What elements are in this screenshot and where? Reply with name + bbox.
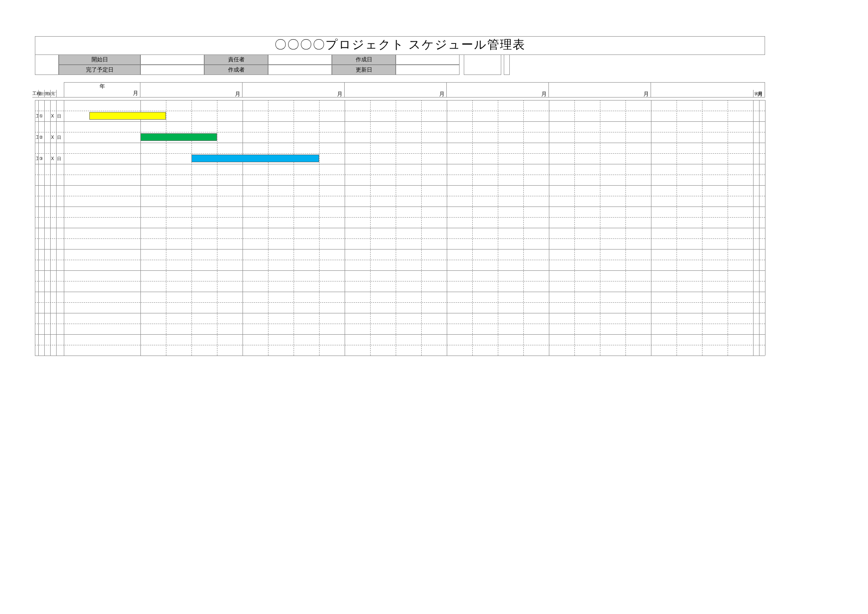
grid-major-h (35, 121, 765, 122)
col-header-month-3: 月 (345, 82, 447, 98)
task-col-assignee: ① (38, 111, 44, 121)
col-header-month-2: 月 (243, 82, 345, 98)
task-col-assignee: ③ (38, 153, 44, 164)
meta-label-start: 開始日 (59, 55, 140, 65)
grid-minor-h (35, 175, 765, 175)
col-header-start: 開始 (44, 90, 50, 98)
grid-minor-h (35, 345, 765, 345)
col-header-tail: 月 (651, 82, 765, 98)
grid-major-v (765, 100, 765, 356)
col-header-process: 工程 (32, 90, 38, 98)
grid-minor-h (35, 153, 765, 154)
grid-minor-h (35, 302, 765, 303)
task-col-process: 工程 (35, 111, 38, 121)
grid-major-h (35, 143, 765, 143)
grid-minor-h (35, 281, 765, 281)
grid-minor-h (35, 196, 765, 196)
task-col-start (44, 111, 50, 121)
gantt-bar[interactable] (89, 112, 166, 120)
grid-minor-h (35, 260, 765, 260)
grid-major-h (35, 249, 765, 250)
meta-label-end: 完了予定日 (59, 65, 140, 75)
meta-label-created: 作成日 (332, 55, 396, 65)
grid-major-h (35, 164, 765, 164)
task-col-start (44, 153, 50, 164)
grid-major-h (35, 313, 765, 313)
meta-label-author: 作成者 (204, 65, 268, 75)
grid-minor-h (35, 217, 765, 218)
task-col-extra: 日 (56, 111, 64, 121)
task-col-end: X (50, 132, 56, 143)
grid-major-h (35, 334, 765, 335)
page-title: 〇〇〇〇プロジェクト スケジュール管理表 (35, 36, 765, 53)
meta-value-author[interactable] (268, 65, 332, 75)
meta-value-created[interactable] (396, 55, 460, 65)
task-col-extra: 日 (56, 153, 64, 164)
task-col-process: 工程 (35, 153, 38, 164)
grid-minor-h (35, 324, 765, 324)
col-header-end: 完了 (50, 90, 56, 98)
page: 〇〇〇〇プロジェクト スケジュール管理表 開始日 責任者 作成日 完了予定日 作… (0, 0, 868, 614)
grid-major-h (35, 228, 765, 228)
grid-major-h (35, 356, 765, 356)
meta-value-end[interactable] (140, 65, 204, 75)
grid-minor-h (35, 111, 765, 111)
col-header-month-1: 月 (140, 82, 243, 98)
task-col-start (44, 132, 50, 143)
col-header-status: 状態 (753, 90, 765, 98)
meta-value-start[interactable] (140, 55, 204, 65)
col-header-month-5: 月 (549, 82, 651, 98)
month-unit: 月 (133, 89, 138, 97)
col-header-year: 年 (64, 82, 140, 90)
task-col-assignee: ② (38, 132, 44, 143)
meta-label-owner: 責任者 (204, 55, 268, 65)
grid-minor-h (35, 132, 765, 132)
col-header-month-0: 月 (64, 90, 140, 98)
meta-tail-b (504, 55, 510, 75)
task-col-process: 工程 (35, 132, 38, 143)
task-col-end: X (50, 111, 56, 121)
meta-value-owner[interactable] (268, 55, 332, 65)
task-col-end: X (50, 153, 56, 164)
gantt-bar[interactable] (191, 155, 319, 162)
col-header-extra (56, 90, 64, 98)
col-header-assignee: 担当 (38, 90, 44, 98)
meta-label-updated: 更新日 (332, 65, 396, 75)
grid-major-h (35, 292, 765, 292)
grid-major-h (35, 100, 765, 100)
grid-major-h (35, 270, 765, 271)
meta-left-gap (35, 55, 59, 75)
col-header-month-4: 月 (447, 82, 549, 98)
gantt-bar[interactable] (140, 133, 217, 141)
meta-tail-a (464, 55, 501, 75)
task-col-extra: 日 (56, 132, 64, 143)
meta-value-updated[interactable] (396, 65, 460, 75)
grid-major-h (35, 185, 765, 186)
grid-major-h (35, 207, 765, 207)
grid-minor-h (35, 238, 765, 239)
